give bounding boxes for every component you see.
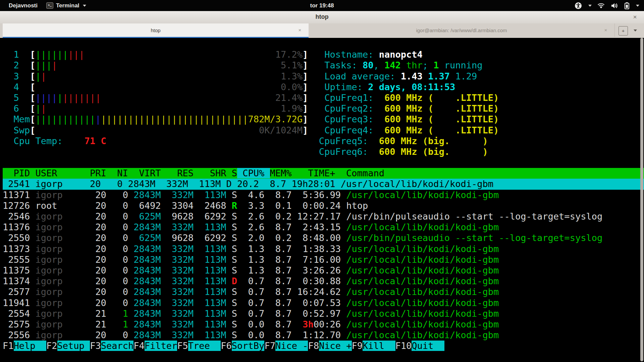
terminal-segment: | — [95, 114, 101, 124]
terminal-segment: F2 — [46, 341, 57, 351]
desktop: Dejavnosti >_ Terminal tor 19:48 — [0, 0, 644, 362]
chevron-down-icon — [588, 5, 592, 7]
tab-close-icon[interactable]: × — [297, 27, 303, 34]
terminal-segment: 2 — [3, 60, 30, 70]
tab-menu-button[interactable] — [631, 26, 639, 35]
window-close-button[interactable]: × — [631, 13, 639, 21]
window-titlebar[interactable]: htop × — [0, 11, 644, 24]
terminal-segment: D — [232, 276, 237, 286]
terminal-segment: 2843M — [133, 287, 161, 297]
terminal-segment: ] — [303, 93, 308, 103]
terminal-segment: 332M — [172, 190, 194, 200]
terminal-segment — [341, 254, 346, 265]
volume-icon[interactable] — [610, 2, 619, 9]
terminal-segment: 2843M — [133, 265, 161, 276]
terminal-segment: 113M — [205, 330, 226, 340]
terminal-segment: 0.7 8.7 — [243, 308, 297, 319]
terminal-segment: 1.29 — [455, 71, 477, 81]
terminal-segment — [237, 276, 243, 286]
terminal-segment: 16:24.62 — [297, 287, 341, 297]
terminal-segment: 20 0 — [63, 222, 133, 232]
terminal-segment: 332M — [172, 222, 194, 232]
terminal-segment: igorp — [36, 330, 63, 340]
wifi-icon[interactable] — [597, 2, 605, 9]
terminal-segment: 332M — [172, 265, 194, 276]
terminal-segment — [30, 330, 35, 340]
terminal-segment — [46, 71, 281, 81]
terminal-segment: 0.0% — [281, 82, 303, 92]
terminal-segment: 20 0 — [63, 287, 133, 297]
terminal-segment: 1:12.70 — [297, 330, 341, 340]
terminal-segment: 625M — [139, 211, 161, 222]
terminal-segment: 1.3 8.7 — [243, 265, 297, 276]
terminal-segment: 113M — [205, 265, 226, 276]
terminal-segment: 71 C — [85, 136, 106, 146]
terminal-segment: igorp — [36, 222, 63, 232]
terminal-scrollbar[interactable] — [640, 38, 643, 361]
terminal-segment: 782M/3.72G — [248, 114, 303, 124]
terminal-segment: 1.37 — [428, 71, 455, 81]
terminal-line-13: 2541 igorp 20 0 2843M 332M 113M D 20.2 8… — [3, 179, 644, 189]
terminal-segment: [ — [30, 103, 35, 114]
terminal-segment: CpuFreq1: — [324, 93, 379, 103]
terminal-segment: | — [36, 103, 41, 114]
terminal-segment: /usr/local/lib/kodi/kodi-gbm — [346, 298, 499, 308]
terminal-segment — [308, 103, 324, 114]
terminal-segment: Nice + — [319, 341, 352, 351]
terminal-segment: 2843M — [133, 330, 161, 340]
clock-button[interactable]: tor 19:48 — [0, 2, 644, 9]
terminal-segment: 11375 — [3, 265, 30, 276]
htop-screen: 1 [||||||||| 17.2%] Hostname: nanopct4 2… — [3, 39, 644, 362]
terminal-segment: igorp — [36, 254, 63, 265]
terminal-segment: S — [226, 287, 243, 297]
terminal-segment: 113M — [205, 190, 226, 200]
tab-htop[interactable]: htop × — [3, 23, 309, 37]
terminal-viewport[interactable]: 1 [||||||||| 17.2%] Hostname: nanopct4 2… — [0, 38, 644, 362]
terminal-segment: S — [226, 222, 243, 232]
tab-ssh-session[interactable]: igor@armbian: /var/www/dl.armbian.com × — [309, 23, 615, 37]
terminal-segment: 6 — [3, 103, 30, 114]
terminal-segment: 20 0 — [63, 265, 133, 276]
terminal-segment: ] — [303, 82, 308, 92]
terminal-segment: | — [57, 93, 63, 103]
terminal-segment: ] — [303, 114, 308, 124]
terminal-segment: F3 — [90, 341, 101, 351]
terminal-segment: Kill — [363, 341, 395, 351]
new-tab-button[interactable]: + — [619, 26, 628, 36]
accessibility-icon[interactable] — [574, 2, 582, 10]
terminal-segment: Tasks: — [324, 60, 363, 70]
battery-icon[interactable] — [624, 2, 630, 10]
terminal-segment: /usr/local/lib/kodi/kodi-gbm — [346, 287, 499, 297]
terminal-segment — [30, 287, 35, 297]
terminal-segment — [341, 308, 346, 319]
terminal-line-8: Swp[ 0K/1024M] CpuFreq4: 600 MHz ( .LITT… — [3, 125, 644, 136]
terminal-segment — [194, 222, 205, 232]
terminal-segment: 600 MHz ( .LITTLE) — [379, 125, 499, 135]
terminal-segment — [161, 276, 172, 286]
terminal-line-26: 2575 igorp 21 1 2843M 332M 113M S 0.0 8.… — [3, 319, 644, 330]
terminal-segment — [308, 93, 324, 103]
terminal-segment: ] — [303, 71, 308, 81]
terminal-segment — [161, 319, 172, 329]
terminal-segment: 113M — [205, 276, 226, 286]
terminal-segment: igorp — [36, 244, 63, 254]
terminal-segment — [3, 146, 319, 157]
terminal-segment: ; — [423, 60, 434, 70]
terminal-segment: ] — [303, 125, 308, 135]
terminal-line-12: PID USER PRI NI VIRT RES SHR S CPU% MEM%… — [3, 168, 644, 179]
terminal-segment — [308, 114, 324, 124]
terminal-segment: CpuFreq5: — [319, 136, 374, 146]
terminal-segment — [30, 254, 35, 265]
terminal-segment: [ — [30, 82, 35, 92]
terminal-segment: 3 — [3, 71, 30, 81]
terminal-line-27: 2556 igorp 20 0 2843M 332M 113M S 0.0 8.… — [3, 330, 644, 341]
tab-label: htop — [151, 27, 160, 33]
terminal-segment: ] — [303, 103, 308, 114]
terminal-segment — [341, 190, 346, 200]
tab-close-icon[interactable]: × — [602, 27, 609, 34]
terminal-segment: igorp — [36, 319, 63, 329]
terminal-segment — [308, 82, 324, 92]
terminal-segment: F5 — [177, 341, 188, 351]
terminal-segment: /usr/local/lib/kodi/kodi-gbm — [346, 222, 499, 232]
terminal-segment: 2550 — [3, 233, 30, 243]
